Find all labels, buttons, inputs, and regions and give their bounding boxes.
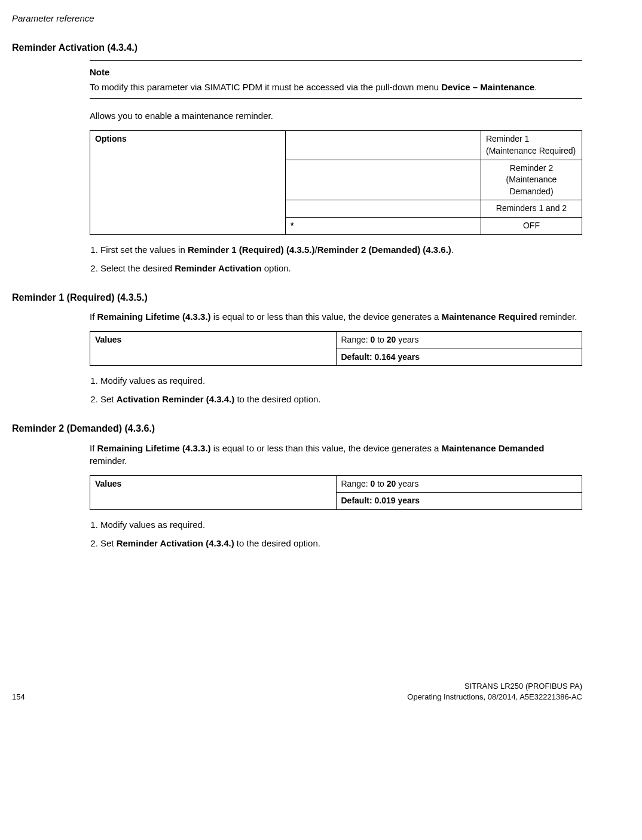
option-cell: Reminders 1 and 2 <box>481 200 582 218</box>
default-cell: Default: 0.019 years <box>336 493 582 510</box>
bold: Reminder Activation (4.3.4.) <box>117 538 234 548</box>
footer-line2: Operating Instructions, 08/2014, A5E3222… <box>407 692 582 702</box>
text: to <box>375 479 386 488</box>
text: reminder. <box>537 311 577 322</box>
mark-cell <box>285 200 481 218</box>
text: to the desired option. <box>234 394 320 404</box>
heading-reminder-2: Reminder 2 (Demanded) (4.3.6.) <box>12 422 582 435</box>
bold: Maintenance Demanded <box>442 443 545 453</box>
list-item: Modify values as required. <box>100 518 582 531</box>
footer-line1: SITRANS LR250 (PROFIBUS PA) <box>407 681 582 692</box>
heading-reminder-activation: Reminder Activation (4.3.4.) <box>12 41 582 54</box>
section-3-intro: If Remaining Lifetime (4.3.3.) is equal … <box>90 442 582 467</box>
bold: Maintenance Required <box>442 311 537 322</box>
page-footer: 154 SITRANS LR250 (PROFIBUS PA) Operatin… <box>12 681 582 702</box>
text: Set <box>100 394 117 404</box>
section-1-intro: Allows you to enable a maintenance remin… <box>90 109 582 122</box>
text: is equal to or less than this value, the… <box>211 443 442 453</box>
text: to the desired option. <box>234 538 320 548</box>
table-row: Values Range: 0 to 20 years <box>90 475 582 493</box>
text: If <box>90 443 97 453</box>
text: If <box>90 311 97 322</box>
step-text: . <box>451 245 454 255</box>
bold: 20 <box>387 479 396 488</box>
note-title: Note <box>90 66 582 78</box>
section-2-steps: Modify values as required. Set Activatio… <box>90 374 582 405</box>
step-bold: Reminder 2 (Demanded) (4.3.6.) <box>317 245 451 255</box>
values-table-2: Values Range: 0 to 20 years Default: 0.0… <box>90 475 582 510</box>
running-header: Parameter reference <box>12 12 582 25</box>
values-table-1: Values Range: 0 to 20 years Default: 0.1… <box>90 331 582 366</box>
note-line1: To modify this parameter via SIMATIC PDM… <box>90 82 441 92</box>
section-1-content: Note To modify this parameter via SIMATI… <box>90 60 582 274</box>
range-cell: Range: 0 to 20 years <box>336 331 582 349</box>
bold: Remaining Lifetime (4.3.3.) <box>97 443 211 453</box>
step-bold: Reminder Activation <box>175 263 261 273</box>
note-end: . <box>534 82 537 92</box>
list-item: Set Reminder Activation (4.3.4.) to the … <box>100 537 582 549</box>
bold: Activation Reminder (4.3.4.) <box>117 394 235 404</box>
list-item: Modify values as required. <box>100 374 582 387</box>
step-text: Select the desired <box>100 263 175 273</box>
page-number: 154 <box>12 692 25 702</box>
section-3-content: If Remaining Lifetime (4.3.3.) is equal … <box>90 442 582 549</box>
section-2-content: If Remaining Lifetime (4.3.3.) is equal … <box>90 310 582 405</box>
text: reminder. <box>90 456 127 466</box>
table-row: Values Range: 0 to 20 years <box>90 331 582 349</box>
heading-reminder-1: Reminder 1 (Required) (4.3.5.) <box>12 291 582 304</box>
list-item: First set the values in Reminder 1 (Requ… <box>100 243 582 256</box>
section-3-steps: Modify values as required. Set Reminder … <box>90 518 582 549</box>
text: Range: <box>341 335 371 344</box>
options-table: Options Reminder 1 (Maintenance Required… <box>90 130 582 234</box>
options-label-cell: Options <box>90 131 286 234</box>
note-bold: Device – Maintenance <box>441 82 534 92</box>
step-text: option. <box>262 263 291 273</box>
text: years <box>396 479 418 488</box>
option-cell: Reminder 2 (Maintenance Demanded) <box>481 160 582 200</box>
values-label-cell: Values <box>90 475 337 509</box>
text: to <box>375 335 386 344</box>
default-cell: Default: 0.164 years <box>336 349 582 366</box>
list-item: Select the desired Reminder Activation o… <box>100 262 582 274</box>
text: is equal to or less than this value, the… <box>211 311 442 322</box>
text: Range: <box>341 479 371 488</box>
note-box: Note To modify this parameter via SIMATI… <box>90 60 582 99</box>
range-cell: Range: 0 to 20 years <box>336 475 582 493</box>
text: Set <box>100 538 117 548</box>
mark-cell: * <box>285 217 481 234</box>
option-cell: Reminder 1 (Maintenance Required) <box>481 131 582 160</box>
text: years <box>396 335 418 344</box>
table-row: Options Reminder 1 (Maintenance Required… <box>90 131 582 160</box>
section-1-steps: First set the values in Reminder 1 (Requ… <box>90 243 582 274</box>
bold: Remaining Lifetime (4.3.3.) <box>97 311 211 322</box>
mark-cell <box>285 160 481 200</box>
step-bold: Reminder 1 (Required) (4.3.5.) <box>188 245 315 255</box>
step-text: First set the values in <box>100 245 188 255</box>
bold: 20 <box>387 335 396 344</box>
section-2-intro: If Remaining Lifetime (4.3.3.) is equal … <box>90 310 582 323</box>
values-label-cell: Values <box>90 331 337 365</box>
mark-cell <box>285 131 481 160</box>
footer-right: SITRANS LR250 (PROFIBUS PA) Operating In… <box>407 681 582 702</box>
note-text: To modify this parameter via SIMATIC PDM… <box>90 81 582 93</box>
option-cell: OFF <box>481 217 582 234</box>
list-item: Set Activation Reminder (4.3.4.) to the … <box>100 393 582 405</box>
